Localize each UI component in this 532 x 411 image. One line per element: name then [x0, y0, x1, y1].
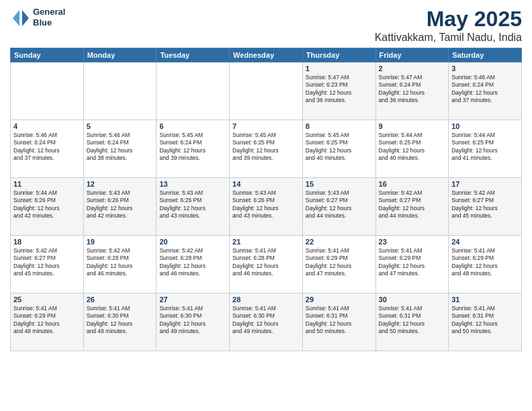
day-info: Sunrise: 5:41 AM Sunset: 6:28 PM Dayligh… [232, 247, 300, 278]
calendar-cell [230, 62, 303, 120]
day-number: 22 [306, 238, 373, 246]
calendar-cell: 17Sunrise: 5:42 AM Sunset: 6:27 PM Dayli… [449, 178, 522, 236]
day-number: 23 [379, 238, 446, 246]
col-sunday: Sunday [11, 48, 84, 62]
day-info: Sunrise: 5:44 AM Sunset: 6:25 PM Dayligh… [451, 132, 519, 163]
calendar-header-row: Sunday Monday Tuesday Wednesday Thursday… [11, 48, 522, 62]
logo-line2: Blue [33, 17, 65, 28]
day-info: Sunrise: 5:47 AM Sunset: 6:23 PM Dayligh… [306, 74, 373, 105]
day-number: 31 [451, 295, 519, 304]
day-number: 1 [306, 64, 373, 73]
day-number: 30 [379, 295, 446, 304]
day-info: Sunrise: 5:43 AM Sunset: 6:26 PM Dayligh… [87, 189, 154, 220]
calendar-cell: 4Sunrise: 5:46 AM Sunset: 6:24 PM Daylig… [11, 120, 84, 178]
header: General Blue May 2025 Kattivakkam, Tamil… [10, 7, 522, 44]
calendar-cell: 24Sunrise: 5:41 AM Sunset: 6:29 PM Dayli… [449, 236, 522, 293]
calendar-cell [157, 62, 230, 120]
day-number: 11 [13, 180, 81, 188]
calendar-week-3: 11Sunrise: 5:44 AM Sunset: 6:26 PM Dayli… [11, 178, 522, 236]
day-number: 5 [87, 122, 154, 130]
month-title: May 2025 [375, 7, 522, 32]
calendar-cell: 21Sunrise: 5:41 AM Sunset: 6:28 PM Dayli… [230, 236, 303, 293]
day-number: 14 [232, 180, 300, 188]
day-info: Sunrise: 5:41 AM Sunset: 6:30 PM Dayligh… [159, 305, 226, 336]
day-info: Sunrise: 5:44 AM Sunset: 6:25 PM Dayligh… [379, 132, 446, 163]
day-number: 13 [159, 180, 226, 188]
day-number: 24 [451, 238, 519, 246]
svg-marker-0 [22, 10, 29, 26]
day-info: Sunrise: 5:41 AM Sunset: 6:29 PM Dayligh… [451, 247, 519, 278]
day-info: Sunrise: 5:42 AM Sunset: 6:28 PM Dayligh… [159, 247, 226, 278]
day-info: Sunrise: 5:41 AM Sunset: 6:31 PM Dayligh… [306, 305, 373, 336]
calendar-cell: 29Sunrise: 5:41 AM Sunset: 6:31 PM Dayli… [302, 293, 375, 351]
day-number: 15 [306, 180, 373, 188]
day-number: 25 [13, 295, 81, 304]
day-number: 3 [451, 64, 519, 73]
col-thursday: Thursday [302, 48, 375, 62]
day-info: Sunrise: 5:42 AM Sunset: 6:27 PM Dayligh… [379, 189, 446, 220]
col-friday: Friday [375, 48, 449, 62]
day-info: Sunrise: 5:41 AM Sunset: 6:31 PM Dayligh… [451, 305, 519, 336]
day-info: Sunrise: 5:41 AM Sunset: 6:29 PM Dayligh… [306, 247, 373, 278]
calendar-cell: 3Sunrise: 5:46 AM Sunset: 6:24 PM Daylig… [449, 62, 522, 120]
calendar-cell: 26Sunrise: 5:41 AM Sunset: 6:30 PM Dayli… [83, 293, 157, 351]
day-number: 26 [87, 295, 154, 304]
calendar-cell: 19Sunrise: 5:42 AM Sunset: 6:28 PM Dayli… [83, 236, 157, 293]
calendar-cell: 22Sunrise: 5:41 AM Sunset: 6:29 PM Dayli… [302, 236, 375, 293]
day-info: Sunrise: 5:43 AM Sunset: 6:26 PM Dayligh… [159, 189, 226, 220]
calendar-cell: 5Sunrise: 5:46 AM Sunset: 6:24 PM Daylig… [83, 120, 157, 178]
calendar-cell [83, 62, 157, 120]
calendar-cell [11, 62, 84, 120]
calendar-cell: 27Sunrise: 5:41 AM Sunset: 6:30 PM Dayli… [157, 293, 230, 351]
day-number: 27 [159, 295, 226, 304]
title-section: May 2025 Kattivakkam, Tamil Nadu, India [375, 7, 522, 44]
day-info: Sunrise: 5:42 AM Sunset: 6:27 PM Dayligh… [451, 189, 519, 220]
day-number: 21 [232, 238, 300, 246]
day-number: 2 [379, 64, 446, 73]
calendar-week-4: 18Sunrise: 5:42 AM Sunset: 6:27 PM Dayli… [11, 236, 522, 293]
calendar-cell: 6Sunrise: 5:45 AM Sunset: 6:24 PM Daylig… [157, 120, 230, 178]
day-info: Sunrise: 5:41 AM Sunset: 6:29 PM Dayligh… [13, 305, 81, 336]
calendar-week-1: 1Sunrise: 5:47 AM Sunset: 6:23 PM Daylig… [11, 62, 522, 120]
calendar-cell: 11Sunrise: 5:44 AM Sunset: 6:26 PM Dayli… [11, 178, 84, 236]
calendar-cell: 14Sunrise: 5:43 AM Sunset: 6:26 PM Dayli… [230, 178, 303, 236]
calendar-cell: 12Sunrise: 5:43 AM Sunset: 6:26 PM Dayli… [83, 178, 157, 236]
col-wednesday: Wednesday [230, 48, 303, 62]
day-info: Sunrise: 5:43 AM Sunset: 6:27 PM Dayligh… [306, 189, 373, 220]
calendar-week-2: 4Sunrise: 5:46 AM Sunset: 6:24 PM Daylig… [11, 120, 522, 178]
calendar-cell: 15Sunrise: 5:43 AM Sunset: 6:27 PM Dayli… [302, 178, 375, 236]
col-saturday: Saturday [449, 48, 522, 62]
calendar-cell: 7Sunrise: 5:45 AM Sunset: 6:25 PM Daylig… [230, 120, 303, 178]
location-title: Kattivakkam, Tamil Nadu, India [375, 32, 522, 44]
calendar-cell: 9Sunrise: 5:44 AM Sunset: 6:25 PM Daylig… [375, 120, 449, 178]
day-info: Sunrise: 5:45 AM Sunset: 6:25 PM Dayligh… [232, 132, 300, 163]
day-number: 10 [451, 122, 519, 130]
calendar-cell: 10Sunrise: 5:44 AM Sunset: 6:25 PM Dayli… [449, 120, 522, 178]
calendar-cell: 13Sunrise: 5:43 AM Sunset: 6:26 PM Dayli… [157, 178, 230, 236]
col-monday: Monday [83, 48, 157, 62]
day-info: Sunrise: 5:41 AM Sunset: 6:29 PM Dayligh… [379, 247, 446, 278]
day-number: 28 [232, 295, 300, 304]
logo-icon [10, 7, 30, 28]
day-number: 16 [379, 180, 446, 188]
day-number: 9 [379, 122, 446, 130]
day-number: 18 [13, 238, 81, 246]
day-info: Sunrise: 5:41 AM Sunset: 6:31 PM Dayligh… [379, 305, 446, 336]
day-number: 7 [232, 122, 300, 130]
day-info: Sunrise: 5:45 AM Sunset: 6:25 PM Dayligh… [306, 132, 373, 163]
day-info: Sunrise: 5:42 AM Sunset: 6:27 PM Dayligh… [13, 247, 81, 278]
day-info: Sunrise: 5:47 AM Sunset: 6:24 PM Dayligh… [379, 74, 446, 105]
calendar-cell: 31Sunrise: 5:41 AM Sunset: 6:31 PM Dayli… [449, 293, 522, 351]
day-info: Sunrise: 5:45 AM Sunset: 6:24 PM Dayligh… [159, 132, 226, 163]
calendar-cell: 8Sunrise: 5:45 AM Sunset: 6:25 PM Daylig… [302, 120, 375, 178]
day-number: 17 [451, 180, 519, 188]
day-info: Sunrise: 5:44 AM Sunset: 6:26 PM Dayligh… [13, 189, 81, 220]
calendar-cell: 2Sunrise: 5:47 AM Sunset: 6:24 PM Daylig… [375, 62, 449, 120]
calendar-cell: 30Sunrise: 5:41 AM Sunset: 6:31 PM Dayli… [375, 293, 449, 351]
calendar-cell: 16Sunrise: 5:42 AM Sunset: 6:27 PM Dayli… [375, 178, 449, 236]
day-number: 19 [87, 238, 154, 246]
calendar-cell: 25Sunrise: 5:41 AM Sunset: 6:29 PM Dayli… [11, 293, 84, 351]
logo-text: General Blue [33, 7, 65, 28]
calendar-week-5: 25Sunrise: 5:41 AM Sunset: 6:29 PM Dayli… [11, 293, 522, 351]
day-info: Sunrise: 5:46 AM Sunset: 6:24 PM Dayligh… [87, 132, 154, 163]
